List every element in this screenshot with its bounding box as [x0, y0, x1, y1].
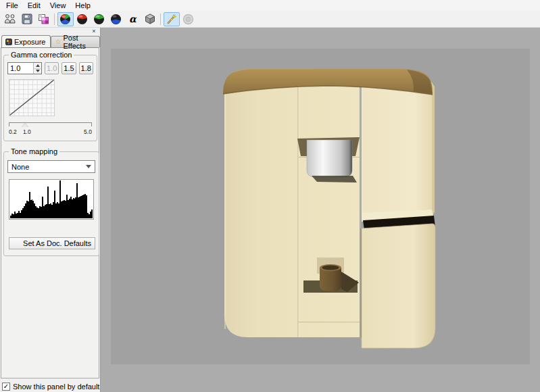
gamma-preset-1.8-button[interactable]: 1.8: [79, 62, 93, 74]
red-channel-button[interactable]: [74, 12, 91, 26]
menu-edit[interactable]: Edit: [23, 1, 45, 10]
cube-button[interactable]: [142, 12, 158, 26]
gamma-correction-title: Gamma correction: [9, 51, 74, 59]
menu-help[interactable]: Help: [70, 1, 95, 10]
toolbar: α: [0, 11, 540, 28]
cube-icon: [145, 14, 155, 24]
alpha-channel-button[interactable]: α: [125, 12, 141, 26]
rgb-channel-icon: [59, 14, 71, 25]
gamma-curve-line: [9, 80, 54, 116]
menu-view[interactable]: View: [45, 1, 71, 10]
main-content: × Exposure ☆ Post Effects: [0, 28, 540, 392]
blue-channel-button[interactable]: [108, 12, 124, 26]
tone-mapping-selected-value: None: [11, 163, 29, 171]
green-channel-button[interactable]: [91, 12, 107, 26]
gamma-slider-thumb[interactable]: [22, 123, 28, 127]
tone-mapping-select[interactable]: None: [7, 160, 95, 173]
people-icon: [4, 14, 16, 24]
gamma-slider[interactable]: [9, 122, 92, 126]
tone-mapping-group: Tone mapping None Set As Doc. Defaults: [3, 147, 99, 256]
show-panel-checkbox[interactable]: ✓: [2, 383, 10, 391]
rendered-machine: [111, 49, 530, 364]
gamma-row: 1.0 1.5 1.8: [7, 62, 93, 74]
menu-bar: File Edit View Help: [0, 0, 540, 11]
chevron-down-icon: [86, 165, 91, 168]
red-channel-icon: [76, 14, 88, 25]
panel-tabs: Exposure ☆ Post Effects: [0, 35, 100, 47]
gamma-curve-graph[interactable]: [9, 79, 55, 116]
exposure-panel: × Exposure ☆ Post Effects: [0, 28, 101, 392]
spinner-up-icon[interactable]: [34, 63, 41, 68]
gamma-value-input[interactable]: [8, 63, 33, 74]
set-as-doc-defaults-button[interactable]: Set As Doc. Defaults: [9, 237, 95, 249]
menu-file[interactable]: File: [1, 1, 23, 10]
gamma-slider-zone: 0.2 1.0 5.0: [7, 122, 93, 136]
show-panel-checkbox-label: Show this panel by default: [13, 383, 99, 391]
palette-button[interactable]: [36, 12, 52, 26]
alpha-channel-icon: α: [129, 14, 137, 24]
slider-max-label: 5.0: [84, 128, 92, 135]
tab-post-effects[interactable]: ☆ Post Effects: [51, 36, 100, 47]
gamma-correction-group: Gamma correction 1.0 1.5 1.8: [3, 51, 97, 141]
histogram-bar: [91, 210, 93, 218]
save-button[interactable]: [19, 12, 35, 26]
gamma-spinner[interactable]: [33, 63, 41, 74]
post-effects-tab-icon: ☆: [55, 39, 61, 45]
luminance-histogram: [9, 179, 94, 220]
gamma-input-wrap: [7, 62, 42, 74]
slider-min-label: 0.2: [9, 128, 17, 135]
tone-mapping-title: Tone mapping: [9, 147, 59, 155]
green-channel-icon: [93, 14, 105, 25]
application-window: File Edit View Help: [0, 0, 540, 392]
render-image: [111, 49, 530, 364]
magic-wand-button[interactable]: [164, 12, 180, 26]
tab-exposure-label: Exposure: [14, 38, 45, 46]
blue-channel-icon: [110, 14, 122, 25]
toolbar-separator: [160, 14, 161, 25]
show-panel-row: ✓ Show this panel by default: [0, 378, 100, 392]
people-button[interactable]: [2, 12, 18, 26]
render-viewport[interactable]: [101, 28, 540, 392]
save-icon: [22, 14, 32, 24]
exposure-tab-icon: [5, 39, 12, 45]
gamma-preset-1.5-button[interactable]: 1.5: [62, 62, 76, 74]
palette-icon: [38, 14, 49, 24]
tab-post-effects-label: Post Effects: [63, 34, 95, 50]
gamma-preset-1.0-button[interactable]: 1.0: [45, 62, 59, 74]
record-icon: [182, 14, 194, 25]
magic-wand-icon: [166, 14, 177, 25]
spinner-down-icon[interactable]: [34, 68, 41, 74]
toolbar-separator: [54, 14, 55, 25]
panel-body: Gamma correction 1.0 1.5 1.8: [1, 47, 99, 378]
rgb-channel-button[interactable]: [57, 12, 74, 26]
tab-exposure[interactable]: Exposure: [1, 35, 51, 47]
slider-mid-label: 1.0: [23, 128, 31, 135]
gamma-slider-labels: 0.2 1.0 5.0: [9, 128, 92, 136]
record-button[interactable]: [180, 12, 197, 26]
